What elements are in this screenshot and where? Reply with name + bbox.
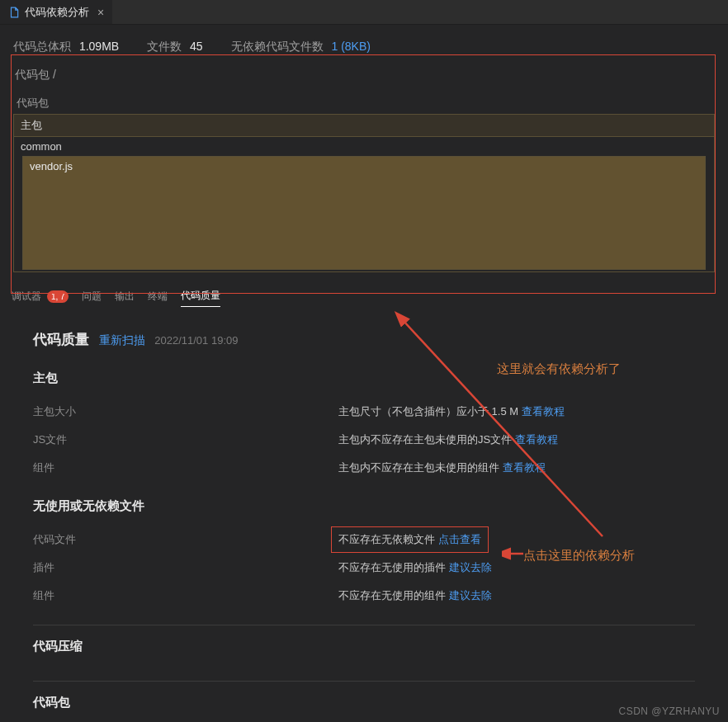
package-common[interactable]: common vendor.js — [13, 137, 715, 272]
rescan-link[interactable]: 重新扫描 — [99, 333, 145, 347]
scan-timestamp: 2022/11/01 19:09 — [154, 334, 238, 347]
debugger-badge: 1, 7 — [47, 290, 69, 303]
package-main[interactable]: 主包 — [13, 114, 715, 137]
tutorial-link[interactable]: 查看教程 — [522, 405, 565, 418]
stat-nodep-count: 无依赖代码文件数 1 (8KB) — [231, 40, 371, 54]
editor-tab-bar: 代码依赖分析 × — [0, 0, 728, 25]
tab-title: 代码依赖分析 — [25, 5, 89, 20]
section-title: 代码包 — [33, 695, 695, 710]
tab-code-dependency[interactable]: 代码依赖分析 × — [0, 0, 112, 24]
tutorial-link[interactable]: 查看教程 — [515, 433, 558, 446]
quality-header: 代码质量 重新扫描 2022/11/01 19:09 — [0, 307, 728, 357]
suggest-remove-link[interactable]: 建议去除 — [449, 589, 492, 602]
row-components: 组件 主包内不应存在主包未使用的组件查看教程 — [33, 454, 695, 482]
section-compress: 代码压缩 — [0, 625, 728, 669]
row-components-unused: 组件 不应存在无使用的组件建议去除 — [33, 582, 695, 610]
section-title: 无使用或无依赖文件 — [33, 498, 695, 514]
tutorial-link[interactable]: 查看教程 — [503, 461, 546, 474]
annotation-box-click: 不应存在无依赖文件 点击查看 — [331, 526, 489, 553]
section-title: 主包 — [33, 370, 695, 386]
breadcrumb[interactable]: 代码包 / — [0, 61, 728, 94]
stats-bar: 代码总体积 1.09MB 文件数 45 无依赖代码文件数 1 (8KB) — [0, 25, 728, 61]
row-plugins: 插件 不应存在无使用的插件建议去除 — [33, 554, 695, 582]
tab-problems[interactable]: 问题 — [82, 286, 102, 307]
row-js-files: JS文件 主包内不应存在主包未使用的JS文件查看教程 — [33, 426, 695, 454]
tab-debugger[interactable]: 调试器 1, 7 — [12, 286, 69, 307]
watermark: CSDN @YZRHANYU — [618, 705, 720, 717]
tab-output[interactable]: 输出 — [115, 286, 135, 307]
package-label: 代码包 — [13, 94, 715, 114]
package-panel: 代码包 主包 common vendor.js — [13, 94, 715, 272]
nodep-link[interactable]: 1 (8KB) — [332, 40, 371, 53]
stat-file-count: 文件数 45 — [147, 40, 202, 54]
row-main-size: 主包大小 主包尺寸（不包含插件）应小于 1.5 M查看教程 — [33, 398, 695, 426]
package-vendor[interactable]: vendor.js — [22, 156, 706, 270]
suggest-remove-link[interactable]: 建议去除 — [449, 561, 492, 573]
close-icon[interactable]: × — [97, 6, 104, 19]
quality-title: 代码质量 — [33, 330, 89, 349]
section-title: 代码压缩 — [33, 639, 695, 654]
row-code-files: 代码文件 不应存在无依赖文件 点击查看 — [33, 526, 695, 554]
stat-total-size: 代码总体积 1.09MB — [13, 40, 119, 54]
file-icon — [8, 7, 20, 18]
section-main-package: 主包 主包大小 主包尺寸（不包含插件）应小于 1.5 M查看教程 JS文件 主包… — [0, 357, 728, 485]
bottom-tab-bar: 调试器 1, 7 问题 输出 终端 代码质量 — [0, 281, 728, 307]
section-unused-files: 无使用或无依赖文件 代码文件 不应存在无依赖文件 点击查看 插件 不应存在无使用… — [0, 485, 728, 613]
tab-terminal[interactable]: 终端 — [148, 286, 168, 307]
tab-code-quality[interactable]: 代码质量 — [181, 285, 220, 307]
click-view-link[interactable]: 点击查看 — [438, 532, 481, 547]
